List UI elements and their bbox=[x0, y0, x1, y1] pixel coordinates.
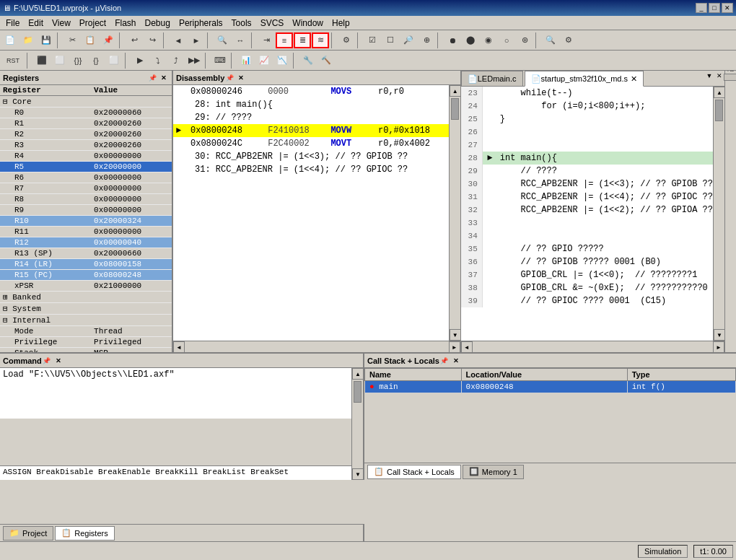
tb2-cmd[interactable]: ⌨ bbox=[211, 53, 229, 69]
disasm-line[interactable]: 28: int main(){ bbox=[173, 98, 449, 111]
code-line[interactable]: 27 bbox=[461, 139, 713, 152]
tb2-w1[interactable]: 📊 bbox=[237, 53, 255, 69]
callstack-pin[interactable]: 📌 bbox=[439, 356, 450, 366]
command-scroll-thumb[interactable] bbox=[354, 381, 362, 403]
tb-open[interactable]: 📁 bbox=[19, 32, 37, 48]
tb2-stepout[interactable]: ⤴ bbox=[167, 53, 185, 69]
tb-r2[interactable]: ⬤ bbox=[462, 32, 479, 48]
tab-project[interactable]: 📁 Project bbox=[3, 526, 53, 541]
register-row[interactable]: R110x00000000 bbox=[0, 227, 172, 237]
code-line[interactable]: 29 // ???? bbox=[461, 165, 713, 178]
menu-debug[interactable]: Debug bbox=[141, 17, 175, 30]
tb-settings[interactable]: ⚙ bbox=[560, 32, 577, 48]
tab-ledmain[interactable]: 📄 LEDmain.c bbox=[461, 71, 523, 86]
tab-startup[interactable]: 📄 startup_stm32f10x_md.s ✕ bbox=[525, 71, 644, 87]
menu-flash[interactable]: Flash bbox=[110, 17, 140, 30]
menu-view[interactable]: View bbox=[48, 17, 75, 30]
tab-memory-1[interactable]: 🔲 Memory 1 bbox=[463, 465, 524, 479]
tb-zoom[interactable]: 🔍 bbox=[542, 32, 559, 48]
register-row[interactable]: R90x00000000 bbox=[0, 205, 172, 216]
disassembly-scroll-up[interactable]: ▲ bbox=[450, 85, 460, 97]
register-row[interactable]: StackMSP bbox=[0, 348, 172, 353]
tb2-w2[interactable]: 📈 bbox=[255, 53, 273, 69]
menu-file[interactable]: File bbox=[1, 17, 24, 30]
register-row[interactable]: R10x20000260 bbox=[0, 118, 172, 129]
code-line[interactable]: 25} bbox=[461, 113, 713, 126]
tb-replace[interactable]: ↔ bbox=[232, 32, 249, 48]
tb-forward[interactable]: ► bbox=[188, 32, 205, 48]
code-scroll-down[interactable]: ▼ bbox=[714, 329, 724, 341]
disassembly-scroll-down[interactable]: ▼ bbox=[450, 329, 460, 341]
tb2-b5[interactable]: ⬜ bbox=[105, 53, 123, 69]
tb2-x2[interactable]: 🔨 bbox=[317, 53, 335, 69]
code-content[interactable]: 23 while(t--)24 for (i=0;i<800;i++);25}2… bbox=[461, 87, 713, 341]
register-row[interactable]: R14 (LR)0x08000158 bbox=[0, 259, 172, 270]
tb-b2[interactable]: ☐ bbox=[382, 32, 399, 48]
tb-r5[interactable]: ⊛ bbox=[516, 32, 533, 48]
register-row[interactable]: R30x20000260 bbox=[0, 140, 172, 151]
tab-startup-close[interactable]: ✕ bbox=[631, 74, 637, 84]
register-row[interactable]: R60x00000000 bbox=[0, 172, 172, 183]
code-line[interactable]: 33 bbox=[461, 216, 713, 229]
code-line[interactable]: 35 // ?? GPIO ????? bbox=[461, 242, 713, 255]
code-scroll-up[interactable]: ▲ bbox=[714, 87, 724, 98]
tb-r3[interactable]: ◉ bbox=[480, 32, 497, 48]
tb-paste[interactable]: 📌 bbox=[100, 32, 117, 48]
code-line[interactable]: 26 bbox=[461, 126, 713, 139]
code-scrollbar[interactable]: ▲ ▼ bbox=[713, 87, 724, 341]
menu-project[interactable]: Project bbox=[75, 17, 110, 30]
close-button[interactable]: ✕ bbox=[722, 3, 733, 13]
code-line[interactable]: 36 // ?? GPIOB ????? 0001 (B0) bbox=[461, 255, 713, 268]
register-row[interactable]: xPSR0x21000000 bbox=[0, 281, 172, 292]
tb-r1[interactable]: ⏺ bbox=[444, 32, 461, 48]
register-row[interactable]: R120x00000040 bbox=[0, 237, 172, 248]
tb-comment[interactable]: ≋ bbox=[312, 32, 329, 48]
disassembly-pin[interactable]: 📌 bbox=[224, 73, 235, 83]
code-line[interactable]: 37 GPIOB_CRL |= (1<<0); // ????????1 bbox=[461, 268, 713, 281]
register-row[interactable]: R00x20000060 bbox=[0, 108, 172, 118]
command-scroll-down[interactable]: ▼ bbox=[352, 468, 363, 480]
tb-compile[interactable]: ⚙ bbox=[338, 32, 355, 48]
disasm-line[interactable]: 0x0800024C F2C40002 MOVT r0,#0x4002 bbox=[173, 137, 449, 150]
tb2-b4[interactable]: {} bbox=[87, 53, 105, 69]
code-close[interactable]: ✕ bbox=[714, 71, 724, 81]
command-input-text[interactable]: ASSIGN BreakDisable BreakEnable BreakKil… bbox=[3, 468, 349, 476]
tb-b1[interactable]: ☑ bbox=[364, 32, 381, 48]
code-line[interactable]: 39 // ?? GPIOC ???? 0001 (C15) bbox=[461, 294, 713, 307]
disassembly-scrollbar[interactable]: ▲ ▼ bbox=[449, 85, 460, 341]
command-close[interactable]: ✕ bbox=[53, 356, 63, 366]
disasm-line[interactable]: ►0x08000248 F2410018 MOVW r0,#0x1018 bbox=[173, 124, 449, 137]
right-sidebar-text1[interactable]: 刷新 bbox=[724, 74, 737, 81]
register-row[interactable]: ⊟ Core bbox=[0, 96, 172, 108]
register-row[interactable]: R40x00000000 bbox=[0, 151, 172, 162]
tb2-step[interactable]: ▶ bbox=[131, 53, 149, 69]
register-close-button[interactable]: ✕ bbox=[159, 73, 169, 83]
tb2-w3[interactable]: 📉 bbox=[273, 53, 291, 69]
tb-save[interactable]: 💾 bbox=[38, 32, 55, 48]
tb-indent-more[interactable]: ≡ bbox=[276, 32, 293, 48]
command-scroll-up[interactable]: ▲ bbox=[352, 368, 363, 380]
tb-b3[interactable]: 🔎 bbox=[400, 32, 417, 48]
disassembly-content[interactable]: 0x08000246 0000 MOVS r0,r028: int main()… bbox=[173, 85, 449, 341]
code-hscroll-left[interactable]: ◄ bbox=[461, 341, 473, 352]
code-hscroll-right[interactable]: ► bbox=[713, 341, 724, 352]
disassembly-close[interactable]: ✕ bbox=[236, 73, 246, 83]
menu-window[interactable]: Window bbox=[288, 17, 328, 30]
tb-indent-less[interactable]: ≣ bbox=[294, 32, 311, 48]
register-pin-button[interactable]: 📌 bbox=[147, 73, 157, 83]
register-row[interactable]: ⊟ Internal bbox=[0, 315, 172, 326]
callstack-row[interactable]: ● main0x08000248int f() bbox=[365, 381, 736, 393]
menu-svcs[interactable]: SVCS bbox=[256, 17, 289, 30]
code-line[interactable]: 24 for (i=0;i<800;i++); bbox=[461, 100, 713, 113]
disassembly-scroll-thumb[interactable] bbox=[451, 98, 459, 120]
menu-tools[interactable]: Tools bbox=[227, 17, 256, 30]
tb2-run[interactable]: ▶▶ bbox=[185, 53, 203, 69]
tb-back[interactable]: ◄ bbox=[170, 32, 187, 48]
register-row[interactable]: R100x20000324 bbox=[0, 216, 172, 227]
code-line[interactable]: 32 RCC_APB2ENR |= (1<<2); // ?? GPIOA ?? bbox=[461, 204, 713, 216]
tb2-b2[interactable]: ⬜ bbox=[51, 53, 69, 69]
register-row[interactable]: ModeThread bbox=[0, 326, 172, 337]
command-scrollbar[interactable]: ▲ ▼ bbox=[351, 368, 363, 480]
code-line[interactable]: 38 GPIOB_CRL &= ~(0xE); // ??????????0 bbox=[461, 281, 713, 294]
register-row[interactable]: R15 (PC)0x08000248 bbox=[0, 270, 172, 281]
